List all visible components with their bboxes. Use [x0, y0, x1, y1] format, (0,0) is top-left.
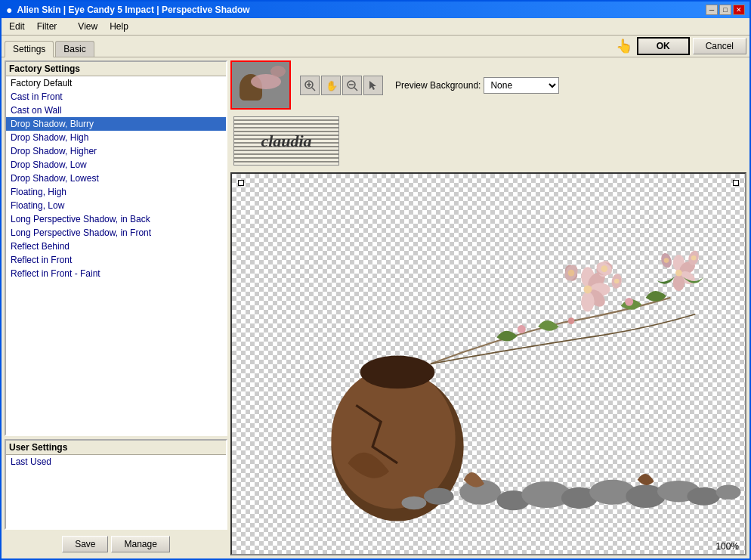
preview-illustration [232, 174, 745, 554]
menu-filter[interactable]: Filter [32, 20, 62, 33]
list-item-factory-default[interactable]: Factory Default [6, 76, 226, 90]
menu-view[interactable]: View [73, 20, 102, 33]
app-icon: ● [6, 4, 12, 16]
svg-point-11 [360, 356, 435, 389]
claudia-logo-text: claudia [261, 131, 311, 151]
svg-point-28 [583, 285, 592, 293]
list-item-long-perspective-front[interactable]: Long Perspective Shadow, in Front [6, 226, 226, 240]
user-settings-header: User Settings [6, 441, 226, 455]
title-bar-left: ● Alien Skin | Eye Candy 5 Impact | Pers… [6, 4, 250, 16]
svg-point-37 [614, 279, 620, 284]
hand-pan-button[interactable]: ✋ [321, 76, 341, 95]
preview-top: ✋ [230, 60, 746, 110]
list-item-reflect-in-front-faint[interactable]: Reflect in Front - Faint [6, 267, 226, 280]
menu-edit[interactable]: Edit [5, 20, 29, 33]
menubar: Edit Filter View Help [2, 18, 749, 36]
select-arrow-icon [367, 79, 379, 91]
svg-point-42 [675, 270, 682, 277]
list-item-drop-shadow-lowest[interactable]: Drop Shadow, Lowest [6, 172, 226, 185]
select-arrow-button[interactable] [363, 76, 383, 95]
title-bar: ● Alien Skin | Eye Candy 5 Impact | Pers… [2, 2, 749, 18]
list-item-reflect-in-front[interactable]: Reflect in Front [6, 253, 226, 267]
hand-pan-icon: ✋ [325, 79, 337, 91]
factory-settings-container: Factory Settings Factory Default Cast in… [5, 60, 227, 436]
svg-point-41 [673, 274, 685, 291]
preview-bg-select[interactable]: None White Black Gray [484, 77, 559, 94]
list-item-cast-on-wall[interactable]: Cast on Wall [6, 104, 226, 117]
zoom-level: 100% [715, 541, 739, 552]
claudia-box: claudia [233, 116, 339, 166]
svg-point-32 [601, 265, 607, 272]
svg-point-10 [331, 368, 455, 509]
main-window: ● Alien Skin | Eye Candy 5 Impact | Pers… [0, 0, 751, 560]
svg-point-19 [424, 488, 453, 505]
svg-point-49 [625, 298, 633, 306]
list-item-reflect-behind[interactable]: Reflect Behind [6, 240, 226, 253]
user-settings-container: User Settings Last Used [5, 439, 227, 530]
svg-point-46 [664, 258, 669, 263]
list-item-floating-high[interactable]: Floating, High [6, 185, 226, 199]
svg-line-6 [354, 88, 357, 91]
ok-button[interactable]: OK [637, 37, 690, 55]
close-button[interactable]: ✕ [733, 5, 745, 15]
preview-bg-label: Preview Background: [395, 80, 481, 91]
list-item-drop-shadow-blurry[interactable]: Drop Shadow, Blurry 👆 [6, 117, 226, 131]
ok-hand-icon: 👆 [616, 38, 632, 54]
save-button[interactable]: Save [62, 536, 108, 552]
tab-basic[interactable]: Basic [55, 41, 94, 57]
factory-settings-header: Factory Settings [6, 62, 226, 76]
claudia-preview-strip: claudia [230, 113, 746, 169]
toolbar-icons: ✋ [300, 76, 383, 95]
right-panel: ✋ [230, 60, 746, 555]
list-item-drop-shadow-low[interactable]: Drop Shadow, Low [6, 158, 226, 172]
zoom-lens-button[interactable] [342, 76, 362, 95]
list-item-floating-low[interactable]: Floating, Low [6, 199, 226, 212]
cancel-button[interactable]: Cancel [693, 38, 746, 54]
svg-point-47 [518, 325, 526, 333]
svg-point-48 [568, 317, 575, 324]
svg-point-21 [687, 487, 720, 506]
main-area: Factory Settings Factory Default Cast in… [2, 57, 749, 558]
svg-point-27 [581, 292, 595, 311]
factory-settings-list[interactable]: Factory Default Cast in Front Cast on Wa… [6, 76, 226, 435]
maximize-button[interactable]: □ [719, 5, 731, 15]
svg-line-1 [312, 88, 315, 91]
zoom-in-button[interactable] [300, 76, 320, 95]
list-item-drop-shadow-higher[interactable]: Drop Shadow, Higher [6, 144, 226, 158]
preview-canvas[interactable]: 100% [230, 172, 746, 555]
list-item-cast-in-front[interactable]: Cast in Front [6, 90, 226, 104]
zoom-lens-icon [346, 79, 358, 91]
menu-help[interactable]: Help [105, 20, 133, 33]
svg-point-22 [716, 484, 741, 500]
ok-cancel-row: 👆 OK Cancel [616, 37, 746, 57]
list-item-drop-shadow-high[interactable]: Drop Shadow, High [6, 131, 226, 144]
title-controls: ─ □ ✕ [706, 5, 745, 15]
manage-button[interactable]: Manage [111, 536, 169, 552]
list-item-last-used[interactable]: Last Used [6, 455, 226, 469]
list-item-long-perspective-back[interactable]: Long Perspective Shadow, in Back [6, 212, 226, 226]
svg-point-20 [402, 497, 427, 510]
window-title: Alien Skin | Eye Candy 5 Impact | Perspe… [17, 5, 249, 15]
svg-point-44 [691, 255, 697, 261]
svg-point-35 [568, 270, 575, 277]
minimize-button[interactable]: ─ [706, 5, 718, 15]
svg-text:✋: ✋ [326, 79, 337, 91]
thumbnail-box [230, 60, 291, 110]
left-panel: Factory Settings Factory Default Cast in… [5, 60, 227, 555]
tab-settings[interactable]: Settings [5, 41, 54, 57]
bottom-buttons: Save Manage [5, 533, 227, 555]
svg-marker-8 [369, 81, 376, 90]
tabs-row: Settings Basic 👆 OK Cancel [2, 36, 749, 57]
zoom-in-icon [304, 79, 316, 91]
